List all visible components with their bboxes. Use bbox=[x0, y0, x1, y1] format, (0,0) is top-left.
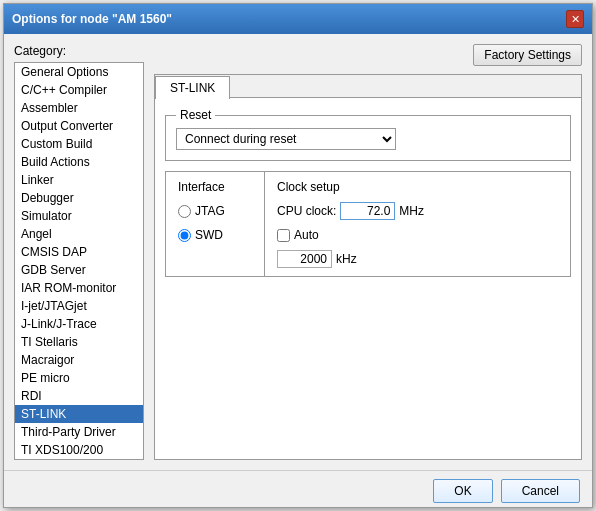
factory-settings-button[interactable]: Factory Settings bbox=[473, 44, 582, 66]
category-item-macraigor[interactable]: Macraigor bbox=[15, 351, 143, 369]
cpu-clock-label: CPU clock: bbox=[277, 204, 336, 218]
interface-clock-row: Interface JTAG SWD Clock setup bbox=[165, 171, 571, 277]
clock-box: Clock setup CPU clock: MHz Auto bbox=[265, 171, 571, 277]
category-item-cpp-compiler[interactable]: C/C++ Compiler bbox=[15, 81, 143, 99]
category-item-iar-rom-monitor[interactable]: IAR ROM-monitor bbox=[15, 279, 143, 297]
swd-label: SWD bbox=[195, 228, 223, 242]
dialog-title: Options for node "AM 1560" bbox=[12, 12, 172, 26]
category-item-third-party-driver[interactable]: Third-Party Driver bbox=[15, 423, 143, 441]
category-label: Category: bbox=[14, 44, 144, 58]
tab-bar: ST-LINK bbox=[155, 75, 581, 98]
dialog-footer: OK Cancel bbox=[4, 470, 592, 511]
reset-legend: Reset bbox=[176, 108, 215, 122]
options-dialog: Options for node "AM 1560" ✕ Category: G… bbox=[3, 3, 593, 508]
close-button[interactable]: ✕ bbox=[566, 10, 584, 28]
category-item-general-options[interactable]: General Options bbox=[15, 63, 143, 81]
category-item-pe-micro[interactable]: PE micro bbox=[15, 369, 143, 387]
category-item-j-link-j-trace[interactable]: J-Link/J-Trace bbox=[15, 315, 143, 333]
category-item-rdi[interactable]: RDI bbox=[15, 387, 143, 405]
clock-setup-label: Clock setup bbox=[277, 180, 558, 194]
category-item-build-actions[interactable]: Build Actions bbox=[15, 153, 143, 171]
cpu-clock-input[interactable] bbox=[340, 202, 395, 220]
interface-label: Interface bbox=[178, 180, 252, 194]
category-item-assembler[interactable]: Assembler bbox=[15, 99, 143, 117]
category-item-linker[interactable]: Linker bbox=[15, 171, 143, 189]
interface-box: Interface JTAG SWD bbox=[165, 171, 265, 277]
swo-clock-row: kHz bbox=[277, 250, 558, 268]
category-list: General OptionsC/C++ CompilerAssemblerOu… bbox=[14, 62, 144, 460]
reset-select[interactable]: Connect during resetSoftware resetHardwa… bbox=[176, 128, 396, 150]
cancel-button[interactable]: Cancel bbox=[501, 479, 580, 503]
category-item-ti-stellaris[interactable]: TI Stellaris bbox=[15, 333, 143, 351]
category-item-output-converter[interactable]: Output Converter bbox=[15, 117, 143, 135]
swo-auto-row: Auto bbox=[277, 228, 558, 242]
category-item-cmsis-dap[interactable]: CMSIS DAP bbox=[15, 243, 143, 261]
auto-label: Auto bbox=[294, 228, 319, 242]
cpu-clock-unit: MHz bbox=[399, 204, 424, 218]
cpu-clock-row: CPU clock: MHz bbox=[277, 202, 558, 220]
swd-radio[interactable] bbox=[178, 229, 191, 242]
category-item-gdb-server[interactable]: GDB Server bbox=[15, 261, 143, 279]
jtag-radio[interactable] bbox=[178, 205, 191, 218]
jtag-label: JTAG bbox=[195, 204, 225, 218]
dialog-body: Category: General OptionsC/C++ CompilerA… bbox=[4, 34, 592, 470]
left-panel: Category: General OptionsC/C++ CompilerA… bbox=[14, 44, 144, 460]
title-bar: Options for node "AM 1560" ✕ bbox=[4, 4, 592, 34]
content-box: ST-LINK Reset Connect during resetSoftwa… bbox=[154, 74, 582, 460]
category-item-ti-xds100-200[interactable]: TI XDS100/200 bbox=[15, 441, 143, 459]
swo-clock-input[interactable] bbox=[277, 250, 332, 268]
st-link-tab[interactable]: ST-LINK bbox=[155, 76, 230, 99]
jtag-radio-row: JTAG bbox=[178, 204, 252, 218]
swd-radio-row: SWD bbox=[178, 228, 252, 242]
factory-btn-row: Factory Settings bbox=[154, 44, 582, 66]
category-item-i-jet-jtagjet[interactable]: I-jet/JTAGjet bbox=[15, 297, 143, 315]
reset-dropdown-row: Connect during resetSoftware resetHardwa… bbox=[176, 128, 560, 150]
category-item-debugger[interactable]: Debugger bbox=[15, 189, 143, 207]
category-item-custom-build[interactable]: Custom Build bbox=[15, 135, 143, 153]
reset-fieldset: Reset Connect during resetSoftware reset… bbox=[165, 108, 571, 161]
ok-button[interactable]: OK bbox=[433, 479, 492, 503]
tab-content: Reset Connect during resetSoftware reset… bbox=[155, 98, 581, 459]
category-item-st-link[interactable]: ST-LINK bbox=[15, 405, 143, 423]
category-item-angel[interactable]: Angel bbox=[15, 225, 143, 243]
swo-clock-unit: kHz bbox=[336, 252, 357, 266]
category-item-simulator[interactable]: Simulator bbox=[15, 207, 143, 225]
right-panel: Factory Settings ST-LINK Reset Connect d… bbox=[154, 44, 582, 460]
auto-checkbox[interactable] bbox=[277, 229, 290, 242]
